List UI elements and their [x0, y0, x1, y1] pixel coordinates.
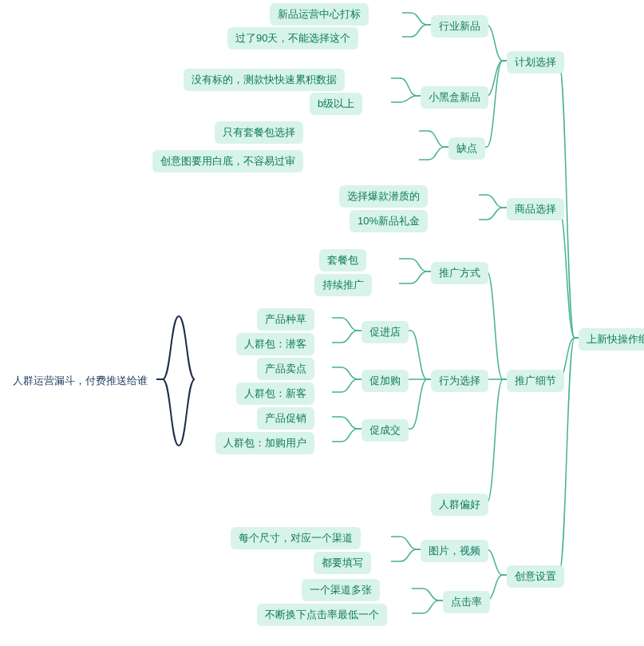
node-detail-way[interactable]: 推广方式: [431, 262, 488, 284]
node-creative-ctr[interactable]: 点击率: [443, 591, 490, 613]
node-beh-shop-pkg[interactable]: 人群包：潜客: [236, 333, 314, 355]
node-plan-box[interactable]: 小黑盒新品: [421, 86, 488, 109]
node-beh-cart-pkg[interactable]: 人群包：新客: [236, 382, 314, 405]
node-creative-img-fill[interactable]: 都要填写: [314, 552, 371, 574]
node-beh-deal-pkg[interactable]: 人群包：加购用户: [215, 432, 314, 454]
node-detail-way-pkg[interactable]: 套餐包: [319, 249, 366, 271]
node-plan[interactable]: 计划选择: [507, 51, 564, 73]
node-creative-img-size[interactable]: 每个尺寸，对应一个渠道: [231, 527, 361, 549]
node-detail[interactable]: 推广细节: [507, 370, 564, 392]
node-plan-industry-tag[interactable]: 新品运营中心打标: [270, 3, 369, 26]
node-goods-hot[interactable]: 选择爆款潜质的: [339, 185, 428, 208]
node-plan-industry[interactable]: 行业新品: [431, 15, 488, 38]
node-creative[interactable]: 创意设置: [507, 565, 564, 588]
node-beh-cart[interactable]: 促加购: [362, 370, 409, 392]
node-plan-industry-90d[interactable]: 过了90天，不能选择这个: [227, 27, 358, 50]
node-beh-shop[interactable]: 促进店: [362, 321, 409, 343]
node-plan-box-notag[interactable]: 没有标的，测款快快速累积数据: [184, 69, 345, 91]
node-funnel[interactable]: 人群运营漏斗，付费推送给谁: [5, 370, 156, 392]
node-goods-10[interactable]: 10%新品礼金: [350, 210, 428, 232]
node-goods[interactable]: 商品选择: [507, 198, 564, 220]
node-beh-cart-sell[interactable]: 产品卖点: [257, 358, 314, 380]
node-creative-ctr-swap[interactable]: 不断换下点击率最低一个: [257, 604, 387, 626]
node-plan-con-white[interactable]: 创意图要用白底，不容易过审: [152, 150, 303, 172]
node-plan-con-pkg[interactable]: 只有套餐包选择: [215, 121, 303, 144]
node-plan-con[interactable]: 缺点: [448, 137, 485, 160]
node-creative-ctr-multi[interactable]: 一个渠道多张: [302, 579, 380, 601]
node-creative-img[interactable]: 图片，视频: [421, 540, 488, 562]
node-beh-shop-seed[interactable]: 产品种草: [257, 308, 314, 331]
node-root[interactable]: 上新快操作细节: [579, 328, 644, 351]
node-detail-behavior[interactable]: 行为选择: [431, 370, 488, 392]
node-detail-pref[interactable]: 人群偏好: [431, 493, 488, 516]
node-beh-deal-promo[interactable]: 产品促销: [257, 407, 314, 430]
node-beh-deal[interactable]: 促成交: [362, 419, 409, 442]
node-detail-way-cont[interactable]: 持续推广: [314, 274, 372, 296]
node-plan-box-b[interactable]: b级以上: [310, 93, 362, 115]
